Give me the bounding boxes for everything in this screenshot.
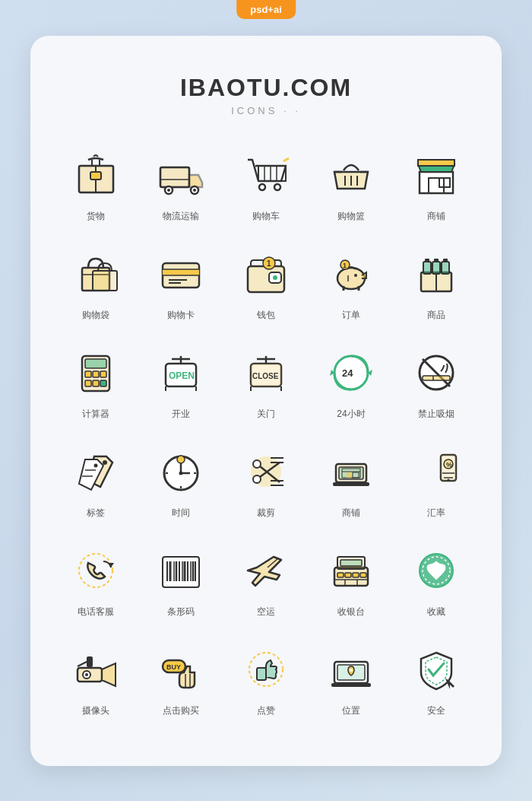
icon-gouwuche: 购物车 bbox=[223, 139, 309, 230]
svg-point-100 bbox=[253, 475, 261, 483]
icon-shangpin: 商品 bbox=[394, 238, 479, 329]
svg-rect-138 bbox=[337, 573, 344, 577]
svg-rect-140 bbox=[353, 573, 359, 577]
svg-point-84 bbox=[103, 460, 107, 465]
svg-point-9 bbox=[193, 189, 196, 192]
svg-rect-21 bbox=[420, 172, 453, 193]
svg-text:24: 24 bbox=[342, 367, 353, 379]
svg-point-92 bbox=[179, 471, 182, 475]
svg-rect-58 bbox=[93, 371, 99, 377]
icon-dianjigoumai: BUY 点击购买 bbox=[138, 634, 223, 725]
svg-rect-137 bbox=[340, 560, 362, 566]
site-title: IBAOTU.COM bbox=[53, 74, 479, 102]
icon-biaoqian: 标签 bbox=[53, 436, 138, 527]
icon-shangpu2: 商铺 bbox=[309, 436, 394, 527]
svg-point-120 bbox=[79, 554, 112, 587]
svg-point-7 bbox=[167, 189, 170, 192]
icon-kefu: 电话客服 bbox=[53, 535, 138, 626]
svg-rect-59 bbox=[100, 371, 106, 377]
svg-rect-157 bbox=[257, 668, 266, 680]
svg-rect-51 bbox=[442, 262, 449, 274]
svg-text:1: 1 bbox=[267, 259, 271, 268]
svg-rect-151 bbox=[87, 656, 93, 667]
icon-tiaoxingma: 条形码 bbox=[138, 535, 223, 626]
icon-dingdan: 1 订单 bbox=[309, 238, 394, 329]
icon-dianzan: 点赞 bbox=[223, 634, 309, 725]
svg-point-16 bbox=[274, 184, 280, 190]
svg-rect-50 bbox=[432, 262, 440, 274]
icon-huowu: 货物 bbox=[53, 139, 138, 230]
icon-shoucang: 收藏 bbox=[394, 535, 479, 626]
svg-rect-61 bbox=[93, 380, 99, 386]
svg-point-41 bbox=[354, 274, 357, 277]
card-subtitle: ICONS · · bbox=[53, 105, 479, 116]
icon-gouwuka: 购物卡 bbox=[138, 238, 223, 329]
icon-shijian: 时间 bbox=[138, 436, 223, 527]
icon-huilv: % 汇率 bbox=[394, 436, 479, 527]
svg-text:1: 1 bbox=[343, 262, 347, 269]
icon-guanmen: CLOSE 关门 bbox=[223, 337, 309, 428]
icons-grid: 货物 物流运输 bbox=[53, 139, 479, 725]
svg-rect-30 bbox=[163, 269, 199, 275]
svg-rect-62 bbox=[100, 380, 106, 386]
svg-marker-121 bbox=[108, 563, 114, 567]
svg-text:CLOSE: CLOSE bbox=[252, 372, 279, 380]
svg-text:%: % bbox=[446, 461, 452, 469]
main-card: IBAOTU.COM ICONS · · 货物 bbox=[30, 36, 502, 766]
format-badge: psd+ai bbox=[236, 0, 296, 19]
svg-point-161 bbox=[350, 669, 353, 672]
svg-rect-60 bbox=[85, 380, 91, 386]
svg-point-119 bbox=[447, 478, 449, 481]
icon-anquan: 安全 bbox=[394, 634, 479, 725]
svg-rect-108 bbox=[333, 482, 369, 486]
icon-qianbao: 1 钱包 bbox=[223, 238, 309, 329]
svg-rect-57 bbox=[85, 371, 91, 377]
icon-gouwudai: 购物袋 bbox=[53, 238, 138, 329]
svg-rect-53 bbox=[434, 259, 439, 262]
svg-rect-22 bbox=[418, 160, 454, 166]
icon-jisuanqi: 计算器 bbox=[53, 337, 138, 428]
icon-caijian: 裁剪 bbox=[223, 436, 309, 527]
svg-point-85 bbox=[93, 463, 97, 467]
svg-rect-4 bbox=[160, 167, 189, 187]
icon-shexiangtou: 摄像头 bbox=[53, 634, 138, 725]
svg-rect-54 bbox=[443, 259, 448, 262]
svg-point-37 bbox=[273, 275, 277, 280]
icon-wuliu: 物流运输 bbox=[138, 139, 223, 230]
svg-point-97 bbox=[177, 456, 185, 463]
svg-text:OPEN: OPEN bbox=[169, 370, 195, 381]
icon-weizhi: 位置 bbox=[309, 634, 394, 725]
svg-point-99 bbox=[253, 460, 261, 468]
svg-rect-159 bbox=[331, 683, 371, 687]
svg-rect-3 bbox=[90, 172, 101, 180]
svg-point-15 bbox=[259, 184, 265, 190]
icon-24h: 24 24小时 bbox=[309, 337, 394, 428]
svg-rect-111 bbox=[347, 472, 351, 478]
svg-rect-56 bbox=[85, 359, 106, 368]
svg-point-149 bbox=[85, 673, 88, 676]
svg-rect-28 bbox=[93, 271, 117, 291]
svg-text:BUY: BUY bbox=[166, 663, 181, 671]
icon-gouwulan: 购物篮 bbox=[309, 139, 394, 230]
svg-rect-141 bbox=[360, 573, 366, 577]
icon-kongyun: 空运 bbox=[223, 535, 309, 626]
svg-rect-139 bbox=[345, 573, 351, 577]
icon-shangpu1: 商铺 bbox=[394, 139, 479, 230]
svg-rect-52 bbox=[425, 259, 429, 262]
svg-point-40 bbox=[337, 268, 365, 289]
svg-rect-49 bbox=[423, 262, 431, 274]
icon-shoutai: 收银台 bbox=[309, 535, 394, 626]
svg-rect-82 bbox=[423, 376, 450, 380]
icon-jinyan: 禁止吸烟 bbox=[394, 337, 479, 428]
icon-kaiyu: OPEN 开业 bbox=[138, 337, 223, 428]
